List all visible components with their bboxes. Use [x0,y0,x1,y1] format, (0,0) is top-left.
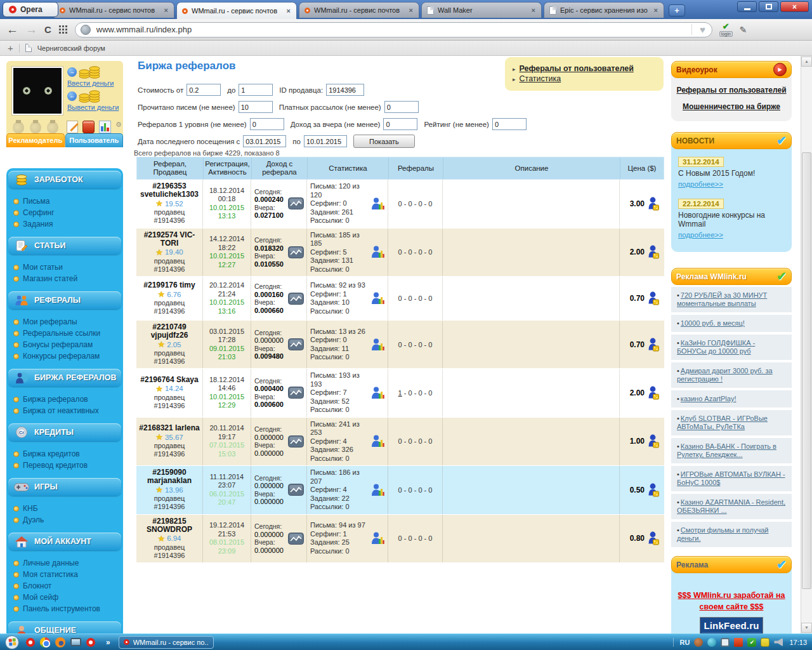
ad-link[interactable]: Казино AZARTMANIA - Resident, ОБЕЗЬЯНКИ … [677,498,785,514]
sidebar-item-2[interactable]: Бонусы рефералам [13,339,119,350]
add-bookmark-button[interactable] [8,43,13,53]
ad-link[interactable]: Клуб SLOTBAR - ИГРоВые АВТоМаТы, РуЛеТКа [677,415,768,430]
income-chart-icon[interactable] [288,197,304,209]
opera-quicklaunch-icon[interactable] [26,638,35,647]
tray-keyboard-icon[interactable] [761,638,769,647]
opera-menu-button[interactable]: Opera [3,2,58,17]
tray-speaker-icon[interactable] [774,638,783,647]
video-link[interactable]: Мошенничество на бирже [683,103,780,111]
sidebar-item-2[interactable]: Задания [13,218,119,230]
back-button[interactable] [6,23,18,36]
menu-section-header[interactable]: СТАТЬИ [8,237,121,255]
tab-close-icon[interactable] [531,6,536,14]
scrollbar-thumb[interactable] [802,152,811,589]
sidebar-item-2[interactable]: Блокнот [13,580,119,592]
show-desktop-icon[interactable] [70,638,81,646]
filter-input[interactable] [250,118,284,130]
chrome-quicklaunch-icon[interactable] [40,637,50,647]
browser-tab[interactable]: Epic - сервис хранения изо [544,2,664,18]
filter-input[interactable] [326,84,364,96]
tab-user[interactable]: Пользователь [65,133,124,147]
vertical-scrollbar[interactable] [801,56,812,633]
income-chart-icon[interactable] [288,533,304,545]
sidebar-item-0[interactable]: Мои статьи [13,262,119,273]
new-tab-button[interactable] [669,4,685,17]
browser-tab[interactable]: WMmail.ru - сервис почтов [54,2,174,18]
menu-section-header[interactable]: ОБЩЕНИЕ [8,621,121,633]
buy-icon[interactable] [647,291,660,305]
quicklaunch-overflow-chevron[interactable] [106,638,110,647]
user-stats-icon[interactable] [370,291,384,305]
firefox-quicklaunch-icon[interactable] [55,637,65,647]
menu-section-header[interactable]: БИРЖА РЕФЕРАЛОВ [8,369,121,387]
referral-id-name[interactable]: #2159090 marjanaklan [138,468,201,485]
referral-id-name[interactable]: #2192574 VIC-TORI [138,231,201,248]
browser-tab[interactable]: WMmail.ru - сервис почтов [176,2,297,19]
referral-id-name[interactable]: #2168321 larlena [139,424,199,432]
quick-link[interactable]: Статистика [513,74,656,83]
browser-tab[interactable]: WMmail.ru - сервис почтов [299,2,419,18]
user-stats-icon[interactable] [370,338,384,352]
language-indicator[interactable]: RU [680,639,690,646]
wmlink-earn-link[interactable]: $$$ WMlink.ru заработай на своем сайте $… [678,591,785,611]
start-button[interactable] [5,635,19,649]
buy-icon[interactable] [647,197,660,211]
sidebar-item-1[interactable]: Перевод кредитов [13,460,119,471]
filter-input[interactable] [239,84,273,96]
sidebar-item-1[interactable]: Биржа от неактивных [13,405,119,416]
scroll-up-button[interactable] [801,56,812,67]
seller-id[interactable]: #1914396 [154,216,185,225]
referral-id-name[interactable]: #2210749 vjpujdfz26 [138,323,201,340]
sidebar-item-4[interactable]: Панель инструментов [13,603,119,614]
ad-link[interactable]: Казино ВА-БАНК - Поиграть в Рулетку, Бле… [677,442,776,458]
bookmark-heart-icon[interactable] [691,24,708,35]
buy-icon[interactable] [647,245,660,259]
browser-tab[interactable]: Wall Maker [421,2,542,18]
tab-close-icon[interactable] [409,6,414,14]
sidebar-item-0[interactable]: Письма [13,196,119,207]
seller-id[interactable]: #1914396 [154,357,185,366]
ad-link[interactable]: казино AzartPlay! [681,395,737,402]
buy-icon[interactable] [647,531,660,545]
bookmark-item[interactable]: Черниговский форум [37,44,105,52]
sidebar-item-1[interactable]: Моя статистика [13,569,119,580]
quick-link[interactable]: Рефералы от пользователей [513,64,656,73]
seller-id[interactable]: #1914396 [154,265,185,274]
menu-section-header[interactable]: ЗАРАБОТОК [8,171,121,189]
menu-section-header[interactable]: ИГРЫ [8,478,121,496]
buy-icon[interactable] [647,386,660,400]
sidebar-item-0[interactable]: Мои рефералы [13,316,119,328]
seller-id[interactable]: #1914396 [154,307,185,315]
services-icon[interactable] [82,121,95,133]
sidebar-item-0[interactable]: КНБ [13,503,119,514]
note-pencil-icon[interactable] [740,25,747,35]
close-button[interactable] [780,1,809,12]
news-more-link[interactable]: подробнее>> [678,231,723,239]
address-bar[interactable]: www.wmmail.ru/index.php [75,22,712,37]
login-extension-button[interactable]: login [719,22,733,37]
sidebar-item-1[interactable]: Дуэль [13,514,119,526]
statistics-icon[interactable] [99,121,111,133]
news-more-link[interactable]: подробнее>> [678,180,723,188]
tab-close-icon[interactable] [286,7,291,15]
forward-button[interactable] [25,23,37,36]
seller-id[interactable]: #1914396 [154,503,185,511]
menu-section-header[interactable]: РЕФЕРАЛЫ [8,291,121,309]
reload-button[interactable] [44,24,51,35]
tray-update-icon[interactable] [747,638,756,647]
buy-icon[interactable] [647,483,660,497]
filter-input[interactable] [239,101,273,113]
ad-link[interactable]: Адмирал дарит 3000 руб. за регистрацию ! [677,367,773,383]
play-icon[interactable] [773,63,787,76]
tray-volume-icon[interactable] [734,638,743,647]
ad-link[interactable]: 720 РУБЛЕЙ за 30 МИНУТ моментальные выпл… [677,291,767,307]
maximize-button[interactable] [759,1,778,12]
user-stats-icon[interactable] [370,386,384,400]
income-chart-icon[interactable] [288,246,304,258]
menu-section-header[interactable]: МОЙ АККАУНТ [8,533,121,550]
filter-input[interactable] [492,118,527,130]
income-chart-icon[interactable] [288,293,304,305]
sidebar-item-0[interactable]: Биржа кредитов [13,448,119,460]
seller-id[interactable]: #1914396 [154,552,185,560]
sidebar-item-3[interactable]: Мой сейф [13,592,119,603]
